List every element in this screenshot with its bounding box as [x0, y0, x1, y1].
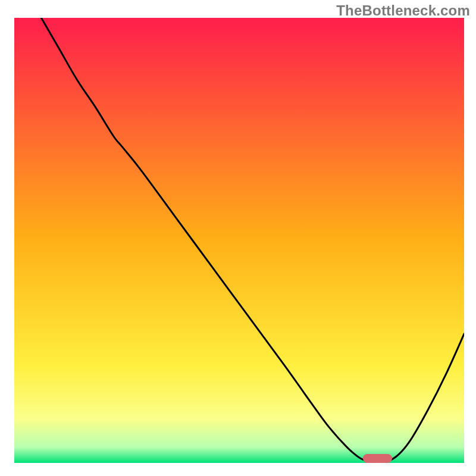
chart-plot	[14, 18, 464, 463]
watermark-text: TheBottleneck.com	[336, 2, 470, 19]
series-marker	[363, 454, 392, 463]
chart-svg	[14, 18, 464, 463]
chart-background	[14, 18, 464, 463]
chart-frame: TheBottleneck.com	[0, 0, 476, 476]
